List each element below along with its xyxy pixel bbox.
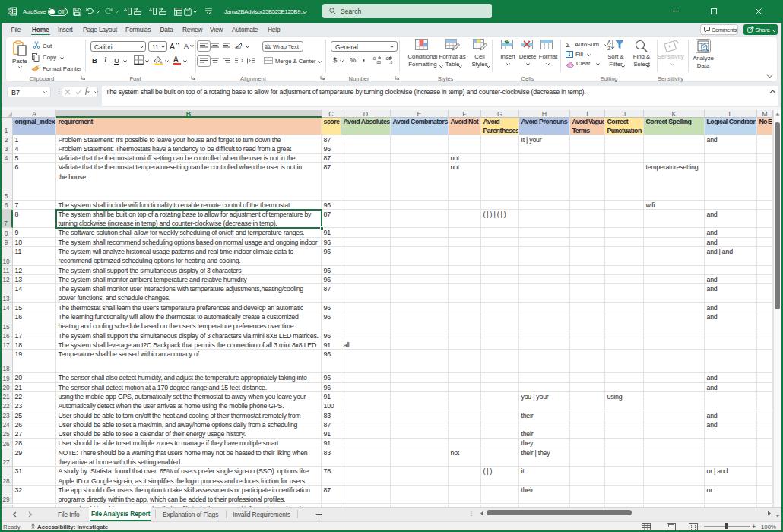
svg-text:.00: .00 — [376, 60, 381, 65]
svg-text:ab: ab — [265, 43, 271, 49]
svg-text:Z: Z — [607, 46, 611, 51]
svg-text:A: A — [607, 40, 611, 45]
svg-text:ab: ab — [235, 44, 241, 49]
